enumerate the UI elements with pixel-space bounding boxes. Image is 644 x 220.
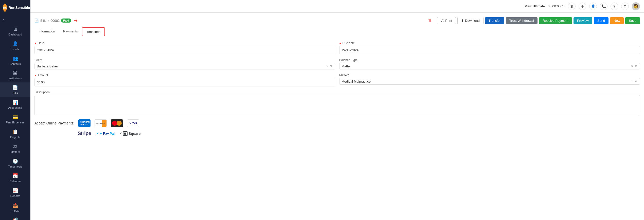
timer-display: 00:00:00 ⏱	[548, 4, 565, 8]
arrow-indicator: ➜	[74, 18, 78, 23]
action-bar: 📄 Bills › 00002 Paid ➜ 🗑 🖨 Print ⬇ Downl…	[34, 17, 640, 24]
description-group: Description	[34, 90, 640, 115]
balance-type-value: Matter	[342, 64, 631, 68]
client-label: Client	[34, 58, 335, 62]
plan-info: Plan: Ultimate	[525, 5, 545, 8]
sidebar-item-projects[interactable]: 📋 Projects	[0, 126, 30, 141]
trust-withdrawal-button[interactable]: Trust Withdrawal	[506, 17, 538, 24]
matter-clear-icon[interactable]: ×	[631, 79, 633, 83]
paypal-logo: ✔ P PayPal	[96, 131, 115, 136]
sidebar-item-campaign[interactable]: 📢 Campaign	[0, 215, 30, 220]
date-input[interactable]	[34, 46, 335, 54]
matter-select[interactable]: Medical Malpractice × ▼	[339, 78, 640, 85]
sidebar-item-contacts[interactable]: 👥 Contacts	[0, 53, 30, 68]
square-logo: ✔ Square	[120, 131, 140, 136]
tab-information[interactable]: Information	[34, 27, 59, 36]
inbox-icon: 📥	[12, 203, 18, 208]
amount-input[interactable]	[34, 78, 335, 86]
tab-timelines[interactable]: Timelines	[82, 27, 105, 36]
sidebar-item-dashboard[interactable]: ⊞ Dashboard	[0, 24, 30, 39]
date-label: ● Date	[34, 41, 335, 45]
date-group: ● Date	[34, 41, 335, 54]
sidebar-item-label: Timesheets	[8, 165, 22, 168]
sidebar: RS RunSensible ‹ ⊞ Dashboard 👤 Leads 👥 C…	[0, 0, 30, 220]
plus-circle-icon[interactable]: ⊕	[579, 3, 586, 10]
save-button[interactable]: Save	[625, 17, 640, 24]
sidebar-item-label: Inbox	[12, 209, 19, 212]
balance-type-dropdown-icon[interactable]: ▼	[634, 64, 638, 68]
print-icon: 🖨	[441, 19, 444, 23]
due-date-input[interactable]	[339, 46, 640, 54]
phone-icon[interactable]: 📞	[600, 3, 607, 10]
timer-icon: ⏱	[562, 4, 565, 8]
balance-type-select[interactable]: Matter × ▼	[339, 63, 640, 69]
sidebar-item-matters[interactable]: ⚖ Matters	[0, 141, 30, 156]
sidebar-item-label: Calendar	[10, 180, 21, 183]
due-date-label: ● Due date	[339, 41, 640, 45]
breadcrumb-bills-icon: 📄	[34, 19, 39, 23]
form-row-description: Description	[34, 90, 640, 115]
receive-payment-button[interactable]: Receive Payment	[539, 17, 572, 24]
client-select[interactable]: Barbara Baker × ▼	[34, 63, 335, 69]
firm-expenses-icon: 💳	[12, 114, 18, 120]
logo-icon: RS	[3, 4, 7, 12]
amount-label: ● Amount	[34, 74, 335, 77]
description-label: Description	[34, 90, 640, 94]
face-icon[interactable]: 👤	[589, 3, 597, 10]
amount-group: ● Amount	[34, 74, 335, 86]
sidebar-item-leads[interactable]: 👤 Leads	[0, 39, 30, 53]
dashboard-icon: ⊞	[13, 26, 17, 32]
bills-icon: 📄	[12, 85, 18, 90]
form-row-dates: ● Date ● Due date	[34, 41, 640, 54]
leads-icon: 👤	[12, 41, 18, 47]
transfer-button[interactable]: Transfer	[485, 17, 504, 24]
sidebar-item-label: Institutions	[9, 77, 22, 80]
sidebar-logo: RS RunSensible	[0, 0, 30, 15]
logo-text: RunSensible	[8, 6, 30, 10]
timesheets-icon: 🕐	[12, 158, 18, 164]
balance-type-clear-icon[interactable]: ×	[631, 64, 633, 68]
accounting-icon: 📊	[12, 100, 18, 105]
delete-button[interactable]: 🗑	[424, 17, 436, 24]
sidebar-item-institutions[interactable]: 🏛 Institutions	[0, 68, 30, 82]
breadcrumb: 📄 Bills › 00002 Paid ➜	[34, 18, 78, 23]
download-button[interactable]: ⬇ Download	[457, 17, 484, 24]
sidebar-collapse-button[interactable]: ‹	[0, 15, 30, 24]
action-buttons: 🗑 🖨 Print ⬇ Download Transfer Trust With…	[424, 17, 640, 24]
tab-payments[interactable]: Payments	[59, 27, 82, 36]
accept-payments-label: Accept Online Payments:	[34, 121, 74, 125]
description-textarea[interactable]	[34, 95, 640, 115]
reports-icon: 📈	[12, 188, 18, 193]
matters-icon: ⚖	[13, 144, 17, 149]
sidebar-item-firm-expenses[interactable]: 💳 Firm Expenses	[0, 112, 30, 126]
topbar: Plan: Ultimate 00:00:00 ⏱ 🗑 ⊕ 👤 📞 ? ⚙ 🧑	[30, 0, 644, 13]
avatar[interactable]: 🧑	[632, 2, 640, 10]
new-button[interactable]: New	[610, 17, 624, 24]
trash-icon[interactable]: 🗑	[568, 3, 576, 10]
client-clear-icon[interactable]: ×	[326, 64, 328, 68]
client-value: Barbara Baker	[37, 64, 326, 68]
matter-dropdown-icon[interactable]: ▼	[634, 79, 638, 83]
sidebar-item-label: Dashboard	[8, 33, 22, 36]
sidebar-item-inbox[interactable]: 📥 Inbox	[0, 200, 30, 215]
download-icon: ⬇	[461, 19, 464, 23]
sidebar-item-accounting[interactable]: 📊 Accounting	[0, 97, 30, 112]
breadcrumb-id: 00002	[50, 19, 60, 23]
send-button[interactable]: Send	[594, 17, 609, 24]
sidebar-item-label: Matters	[11, 150, 20, 153]
projects-icon: 📋	[12, 129, 18, 135]
settings-icon[interactable]: ⚙	[621, 3, 629, 10]
sidebar-item-timesheets[interactable]: 🕐 Timesheets	[0, 156, 30, 171]
sidebar-item-label: Accounting	[8, 106, 22, 109]
sidebar-item-bills[interactable]: 📄 Bills	[0, 82, 30, 97]
sidebar-item-reports[interactable]: 📈 Reports	[0, 185, 30, 200]
preview-button[interactable]: Preview	[574, 17, 592, 24]
main-area: Plan: Ultimate 00:00:00 ⏱ 🗑 ⊕ 👤 📞 ? ⚙ 🧑 …	[30, 0, 644, 220]
sidebar-item-label: Bills	[13, 91, 18, 95]
sidebar-item-calendar[interactable]: 📅 Calendar	[0, 171, 30, 185]
print-button[interactable]: 🖨 Print	[437, 17, 456, 24]
help-icon[interactable]: ?	[611, 3, 618, 10]
sidebar-item-label: Leads	[11, 48, 19, 51]
client-dropdown-icon[interactable]: ▼	[329, 64, 333, 68]
accept-payments-section: Accept Online Payments: AMERICANEXPRESS …	[34, 119, 640, 136]
